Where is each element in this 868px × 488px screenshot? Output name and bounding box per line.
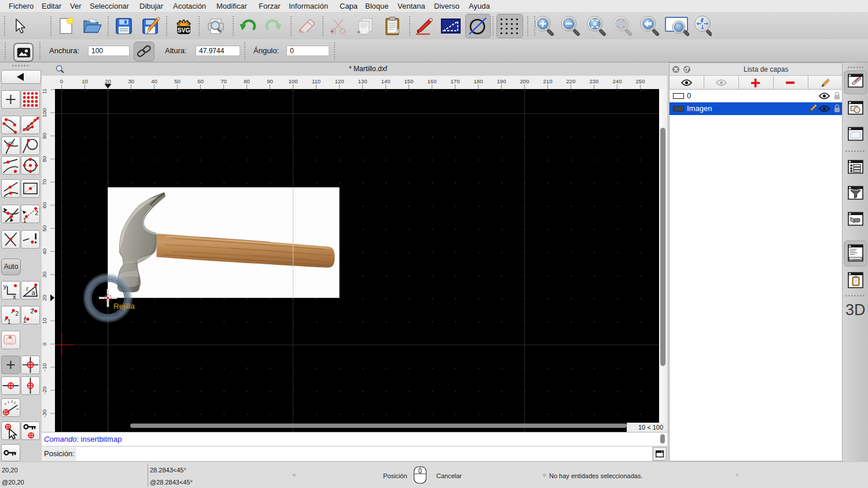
svg-text:10: 10 [42,318,47,324]
svg-text:2: 2 [35,210,39,216]
svg-text:50: 50 [42,225,47,232]
svg-text:140: 140 [381,78,391,84]
svg-text:70: 70 [220,78,227,84]
svg-text:230: 230 [590,78,599,84]
svg-text:170: 170 [451,78,460,84]
svg-text:10: 10 [82,78,88,84]
svg-text:40: 40 [42,249,47,255]
svg-text:x: x [13,293,16,299]
svg-text:-10: -10 [42,363,47,371]
svg-text:a: a [32,290,35,296]
svg-text:-20: -20 [42,386,47,394]
svg-text:160: 160 [428,78,437,84]
svg-text:100: 100 [42,108,47,117]
svg-text:110: 110 [312,78,321,84]
svg-text:210: 210 [543,78,553,84]
svg-text:60: 60 [197,78,204,84]
svg-text:150: 150 [404,78,414,84]
svg-text:0: 0 [60,78,63,84]
svg-text:240: 240 [613,78,622,84]
svg-text:> command: > command [850,258,860,260]
svg-text:80: 80 [42,156,47,162]
svg-text:20: 20 [42,295,47,301]
svg-text:110: 110 [42,89,47,94]
svg-text:y: y [3,283,7,290]
svg-text:250: 250 [636,78,645,84]
svg-text:220: 220 [567,78,576,84]
svg-text:80: 80 [244,78,250,84]
svg-text:2: 2 [16,310,19,317]
svg-text:130: 130 [358,78,367,84]
svg-text:30: 30 [42,272,47,278]
svg-text:-30: -30 [42,409,47,417]
svg-text:1: 1 [23,217,27,223]
svg-text:+: + [357,28,361,35]
svg-text:0: 0 [42,342,47,345]
svg-text:90: 90 [42,133,47,139]
svg-text:Rejilla: Rejilla [113,302,135,310]
svg-text:100: 100 [289,78,298,84]
svg-text:60: 60 [42,202,47,209]
svg-text:90: 90 [267,78,273,84]
svg-text:1: 1 [23,317,27,324]
svg-text:70: 70 [42,179,47,186]
svg-text:50: 50 [174,78,181,84]
svg-text:40: 40 [151,78,157,84]
svg-text:190: 190 [497,78,506,84]
svg-text:+: + [330,28,334,35]
svg-text:1: 1 [8,319,11,324]
svg-text:200: 200 [520,78,529,84]
svg-text:180: 180 [474,78,483,84]
svg-text:SVG: SVG [177,27,190,34]
svg-text:20: 20 [105,78,111,84]
svg-text:120: 120 [335,78,344,84]
svg-text:r: r [27,286,29,292]
svg-text:30: 30 [128,78,134,84]
